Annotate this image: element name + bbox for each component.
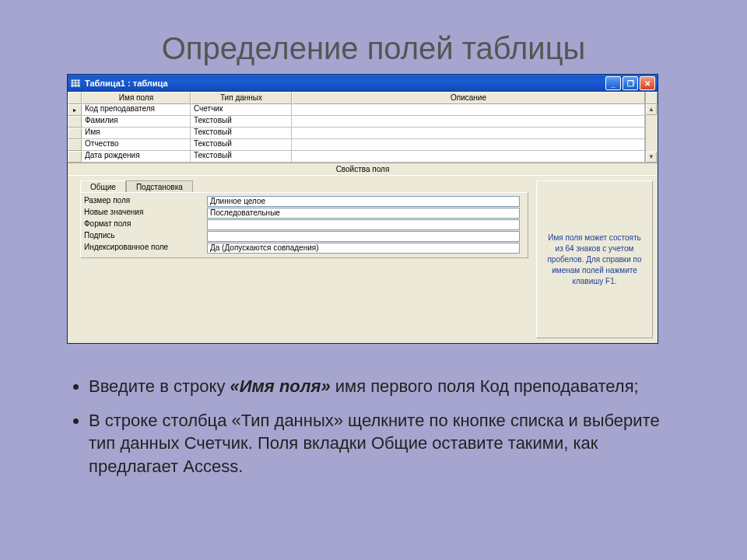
row-selector[interactable] [68, 128, 82, 139]
property-label: Новые значения [82, 208, 207, 219]
field-grid: Имя поля Тип данных Описание ▸Код препод… [68, 92, 658, 163]
maximize-button[interactable]: ❐ [622, 76, 638, 90]
cell-type[interactable]: Текстовый [191, 128, 292, 139]
property-value[interactable] [207, 231, 520, 242]
cell-desc[interactable] [292, 128, 645, 139]
vertical-scrollbar[interactable]: ▲ ▼ [645, 104, 658, 163]
titlebar[interactable]: Таблица1 : таблица _ ❐ ✕ [68, 75, 658, 92]
header-data-type[interactable]: Тип данных [191, 92, 292, 104]
property-row: Формат поля [82, 219, 526, 231]
property-value[interactable]: Последовательные [207, 208, 520, 219]
table-row[interactable]: Дата рожденияТекстовый [68, 151, 645, 163]
cell-type[interactable]: Текстовый [191, 151, 292, 163]
slide-title: Определение полей таблицы [0, 0, 747, 74]
property-row: Индексированное полеДа (Допускаются совп… [82, 243, 526, 254]
close-button[interactable]: ✕ [640, 76, 655, 90]
property-label: Подпись [82, 231, 207, 243]
cell-type[interactable]: Счетчик [191, 104, 292, 116]
cell-name[interactable]: Фамилия [82, 116, 191, 128]
property-label: Размер поля [82, 196, 207, 208]
hint-panel: Имя поля может состоять из 64 знаков с у… [536, 180, 653, 338]
scroll-down-icon[interactable]: ▼ [646, 152, 657, 163]
cell-desc[interactable] [292, 151, 645, 163]
tab-general[interactable]: Общие [80, 180, 126, 193]
row-selector[interactable]: ▸ [68, 104, 82, 116]
row-selector[interactable] [68, 151, 82, 163]
property-label: Индексированное поле [82, 243, 207, 254]
scroll-up-icon[interactable]: ▲ [646, 104, 657, 115]
minimize-button[interactable]: _ [605, 76, 621, 90]
property-value[interactable]: Да (Допускаются совпадения) [207, 243, 520, 254]
bullet-1: Введите в строку «Имя поля» имя первого … [89, 375, 677, 398]
header-field-name[interactable]: Имя поля [82, 92, 191, 104]
property-row: Новые значенияПоследовательные [82, 208, 526, 219]
table-icon [70, 78, 81, 89]
tab-lookup[interactable]: Подстановка [126, 180, 193, 193]
cell-name[interactable]: Дата рождения [82, 151, 191, 163]
grid-header-row: Имя поля Тип данных Описание [68, 92, 658, 104]
property-label: Формат поля [82, 219, 207, 231]
cell-desc[interactable] [292, 139, 645, 151]
header-description[interactable]: Описание [292, 92, 645, 104]
scroll-corner [645, 92, 658, 104]
access-design-window: Таблица1 : таблица _ ❐ ✕ Имя поля Тип да… [67, 74, 658, 344]
cell-type[interactable]: Текстовый [191, 139, 292, 151]
table-row[interactable]: ▸Код преподавателяСчетчик [68, 104, 645, 116]
cell-name[interactable]: Код преподавателя [82, 104, 191, 116]
row-selector[interactable] [68, 116, 82, 128]
slide-bullets: Введите в строку «Имя поля» имя первого … [70, 375, 677, 478]
property-value[interactable]: Длинное целое [207, 196, 520, 207]
cell-name[interactable]: Отчество [82, 139, 191, 151]
row-selector[interactable] [68, 139, 82, 151]
properties-section-header: Свойства поля [68, 163, 658, 176]
table-row[interactable]: ОтчествоТекстовый [68, 139, 645, 151]
cell-desc[interactable] [292, 104, 645, 116]
table-row[interactable]: ИмяТекстовый [68, 128, 645, 139]
cell-desc[interactable] [292, 116, 645, 128]
cell-name[interactable]: Имя [82, 128, 191, 139]
properties-list: Размер поляДлинное целоеНовые значенияПо… [80, 192, 528, 258]
table-row[interactable]: ФамилияТекстовый [68, 116, 645, 128]
window-title: Таблица1 : таблица [85, 79, 168, 88]
cell-type[interactable]: Текстовый [191, 116, 292, 128]
property-row: Размер поляДлинное целое [82, 196, 526, 208]
svg-rect-0 [71, 79, 80, 87]
corner-selector[interactable] [68, 92, 82, 104]
property-row: Подпись [82, 231, 526, 243]
property-value[interactable] [207, 219, 520, 230]
lower-pane: Общие Подстановка Размер поляДлинное цел… [68, 176, 658, 343]
bullet-2: В строке столбца «Тип данных» щелкните п… [89, 409, 677, 478]
properties-panel: Общие Подстановка Размер поляДлинное цел… [68, 176, 536, 343]
